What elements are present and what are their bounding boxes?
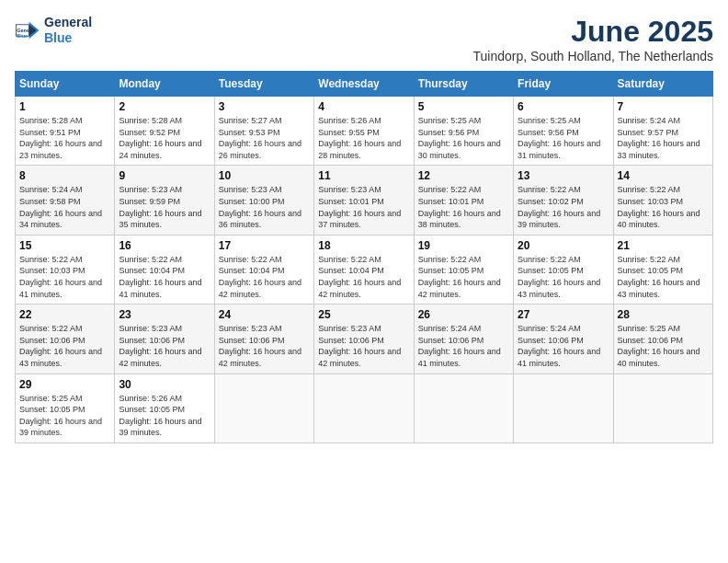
day-number: 8 xyxy=(19,169,110,182)
day-cell-30: 30Sunrise: 5:26 AM Sunset: 10:05 PM Dayl… xyxy=(115,373,214,442)
day-cell-15: 15Sunrise: 5:22 AM Sunset: 10:03 PM Dayl… xyxy=(16,235,115,304)
day-number: 3 xyxy=(219,100,310,113)
day-info: Sunrise: 5:22 AM Sunset: 10:05 PM Daylig… xyxy=(618,254,709,300)
day-cell-24: 24Sunrise: 5:23 AM Sunset: 10:06 PM Dayl… xyxy=(214,304,313,373)
location-title: Tuindorp, South Holland, The Netherlands xyxy=(473,49,714,63)
weekday-header-tuesday: Tuesday xyxy=(214,72,313,97)
month-title: June 2025 xyxy=(473,15,714,49)
day-number: 2 xyxy=(119,100,210,113)
day-cell-10: 10Sunrise: 5:23 AM Sunset: 10:00 PM Dayl… xyxy=(214,166,313,235)
day-cell-2: 2Sunrise: 5:28 AM Sunset: 9:52 PM Daylig… xyxy=(115,97,214,166)
empty-cell xyxy=(514,373,613,442)
day-number: 24 xyxy=(219,308,310,321)
day-info: Sunrise: 5:22 AM Sunset: 10:01 PM Daylig… xyxy=(418,184,509,230)
day-number: 28 xyxy=(618,308,709,321)
day-number: 18 xyxy=(318,239,409,252)
day-info: Sunrise: 5:22 AM Sunset: 10:04 PM Daylig… xyxy=(119,254,210,300)
day-number: 17 xyxy=(219,239,310,252)
empty-cell xyxy=(214,373,313,442)
weekday-header-monday: Monday xyxy=(115,72,214,97)
day-cell-17: 17Sunrise: 5:22 AM Sunset: 10:04 PM Dayl… xyxy=(214,235,313,304)
day-cell-14: 14Sunrise: 5:22 AM Sunset: 10:03 PM Dayl… xyxy=(613,166,712,235)
day-info: Sunrise: 5:25 AM Sunset: 9:56 PM Dayligh… xyxy=(518,115,609,161)
day-cell-19: 19Sunrise: 5:22 AM Sunset: 10:05 PM Dayl… xyxy=(414,235,513,304)
day-number: 1 xyxy=(19,100,110,113)
day-cell-28: 28Sunrise: 5:25 AM Sunset: 10:06 PM Dayl… xyxy=(613,304,712,373)
day-number: 19 xyxy=(418,239,509,252)
logo-general: General xyxy=(44,15,92,29)
day-info: Sunrise: 5:23 AM Sunset: 10:06 PM Daylig… xyxy=(119,323,210,369)
day-cell-29: 29Sunrise: 5:25 AM Sunset: 10:05 PM Dayl… xyxy=(16,373,115,442)
empty-cell xyxy=(613,373,712,442)
day-number: 12 xyxy=(418,169,509,182)
day-cell-27: 27Sunrise: 5:24 AM Sunset: 10:06 PM Dayl… xyxy=(514,304,613,373)
day-info: Sunrise: 5:23 AM Sunset: 10:06 PM Daylig… xyxy=(219,323,310,369)
day-number: 14 xyxy=(618,169,709,182)
day-number: 11 xyxy=(318,169,409,182)
day-info: Sunrise: 5:22 AM Sunset: 10:03 PM Daylig… xyxy=(618,184,709,230)
logo-blue: Blue xyxy=(44,30,72,45)
header: General Blue General Blue June 2025 Tuin… xyxy=(15,15,713,63)
day-info: Sunrise: 5:22 AM Sunset: 10:03 PM Daylig… xyxy=(19,254,110,300)
day-number: 6 xyxy=(518,100,609,113)
day-info: Sunrise: 5:27 AM Sunset: 9:53 PM Dayligh… xyxy=(219,115,310,161)
day-info: Sunrise: 5:22 AM Sunset: 10:04 PM Daylig… xyxy=(318,254,409,300)
day-cell-12: 12Sunrise: 5:22 AM Sunset: 10:01 PM Dayl… xyxy=(414,166,513,235)
day-number: 23 xyxy=(119,308,210,321)
day-info: Sunrise: 5:24 AM Sunset: 10:06 PM Daylig… xyxy=(518,323,609,369)
day-info: Sunrise: 5:26 AM Sunset: 10:05 PM Daylig… xyxy=(119,393,210,439)
day-cell-7: 7Sunrise: 5:24 AM Sunset: 9:57 PM Daylig… xyxy=(613,97,712,166)
logo-icon: General Blue xyxy=(15,17,40,43)
day-cell-8: 8Sunrise: 5:24 AM Sunset: 9:58 PM Daylig… xyxy=(16,166,115,235)
title-area: June 2025 Tuindorp, South Holland, The N… xyxy=(473,15,714,63)
week-row-4: 22Sunrise: 5:22 AM Sunset: 10:06 PM Dayl… xyxy=(16,304,713,373)
day-number: 25 xyxy=(318,308,409,321)
day-info: Sunrise: 5:25 AM Sunset: 10:06 PM Daylig… xyxy=(618,323,709,369)
day-info: Sunrise: 5:25 AM Sunset: 10:05 PM Daylig… xyxy=(19,393,110,439)
day-info: Sunrise: 5:23 AM Sunset: 10:01 PM Daylig… xyxy=(318,184,409,230)
day-cell-6: 6Sunrise: 5:25 AM Sunset: 9:56 PM Daylig… xyxy=(514,97,613,166)
day-number: 30 xyxy=(119,378,210,391)
day-number: 9 xyxy=(119,169,210,182)
day-number: 5 xyxy=(418,100,509,113)
weekday-header-wednesday: Wednesday xyxy=(314,72,414,97)
day-info: Sunrise: 5:22 AM Sunset: 10:02 PM Daylig… xyxy=(518,184,609,230)
empty-cell xyxy=(314,373,414,442)
day-cell-5: 5Sunrise: 5:25 AM Sunset: 9:56 PM Daylig… xyxy=(414,97,513,166)
day-info: Sunrise: 5:23 AM Sunset: 9:59 PM Dayligh… xyxy=(119,184,210,230)
day-info: Sunrise: 5:28 AM Sunset: 9:52 PM Dayligh… xyxy=(119,115,210,161)
day-number: 10 xyxy=(219,169,310,182)
week-row-2: 8Sunrise: 5:24 AM Sunset: 9:58 PM Daylig… xyxy=(16,166,713,235)
weekday-header-sunday: Sunday xyxy=(16,72,115,97)
day-cell-26: 26Sunrise: 5:24 AM Sunset: 10:06 PM Dayl… xyxy=(414,304,513,373)
day-info: Sunrise: 5:28 AM Sunset: 9:51 PM Dayligh… xyxy=(19,115,110,161)
week-row-1: 1Sunrise: 5:28 AM Sunset: 9:51 PM Daylig… xyxy=(16,97,713,166)
empty-cell xyxy=(414,373,513,442)
weekday-header-friday: Friday xyxy=(514,72,613,97)
day-cell-18: 18Sunrise: 5:22 AM Sunset: 10:04 PM Dayl… xyxy=(314,235,414,304)
day-number: 29 xyxy=(19,378,110,391)
day-cell-22: 22Sunrise: 5:22 AM Sunset: 10:06 PM Dayl… xyxy=(16,304,115,373)
weekday-header-saturday: Saturday xyxy=(613,72,712,97)
logo: General Blue General Blue xyxy=(15,15,92,46)
week-row-5: 29Sunrise: 5:25 AM Sunset: 10:05 PM Dayl… xyxy=(16,373,713,442)
week-row-3: 15Sunrise: 5:22 AM Sunset: 10:03 PM Dayl… xyxy=(16,235,713,304)
day-number: 27 xyxy=(518,308,609,321)
day-cell-4: 4Sunrise: 5:26 AM Sunset: 9:55 PM Daylig… xyxy=(314,97,414,166)
day-info: Sunrise: 5:25 AM Sunset: 9:56 PM Dayligh… xyxy=(418,115,509,161)
logo-text: General Blue xyxy=(44,15,92,46)
day-cell-13: 13Sunrise: 5:22 AM Sunset: 10:02 PM Dayl… xyxy=(514,166,613,235)
day-number: 20 xyxy=(518,239,609,252)
weekday-header-row: SundayMondayTuesdayWednesdayThursdayFrid… xyxy=(16,72,713,97)
day-info: Sunrise: 5:26 AM Sunset: 9:55 PM Dayligh… xyxy=(318,115,409,161)
day-number: 26 xyxy=(418,308,509,321)
day-info: Sunrise: 5:22 AM Sunset: 10:06 PM Daylig… xyxy=(19,323,110,369)
day-number: 4 xyxy=(318,100,409,113)
day-number: 22 xyxy=(19,308,110,321)
day-info: Sunrise: 5:23 AM Sunset: 10:00 PM Daylig… xyxy=(219,184,310,230)
day-number: 21 xyxy=(618,239,709,252)
day-info: Sunrise: 5:24 AM Sunset: 9:58 PM Dayligh… xyxy=(19,184,110,230)
day-cell-23: 23Sunrise: 5:23 AM Sunset: 10:06 PM Dayl… xyxy=(115,304,214,373)
day-cell-3: 3Sunrise: 5:27 AM Sunset: 9:53 PM Daylig… xyxy=(214,97,313,166)
day-cell-11: 11Sunrise: 5:23 AM Sunset: 10:01 PM Dayl… xyxy=(314,166,414,235)
